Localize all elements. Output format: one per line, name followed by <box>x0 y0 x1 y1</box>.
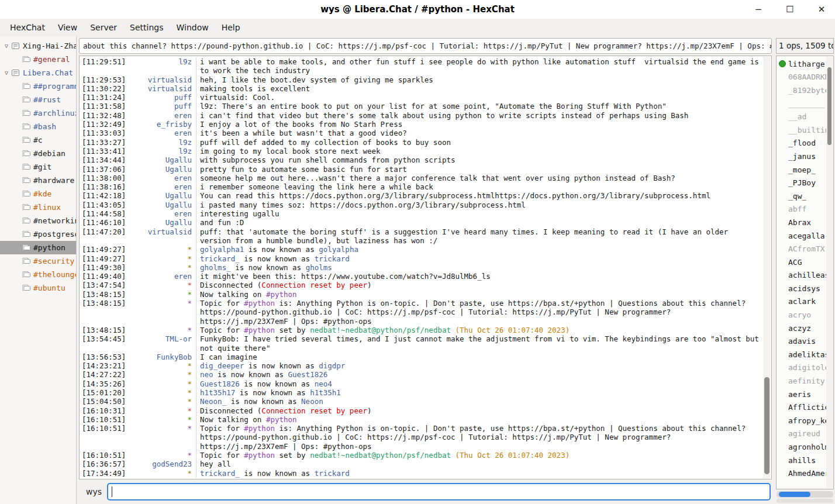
sidebar-item--archlinux[interactable]: #archlinux <box>0 106 76 120</box>
user-row--pjboy[interactable]: _PJBoy <box>777 176 826 189</box>
message-segment: Neoon_ <box>200 397 226 406</box>
user-row-aefinity[interactable]: aefinity <box>777 374 826 388</box>
nick-column: * <box>127 290 196 299</box>
sidebar-item--git[interactable]: #git <box>0 160 76 174</box>
userlist-hscrollbar-track[interactable] <box>777 499 833 503</box>
message-input[interactable] <box>107 483 771 500</box>
user-row-adavis[interactable]: adavis <box>777 334 826 348</box>
message-link[interactable]: is: Anything Python is on-topic. | Don't… <box>200 299 750 326</box>
menu-help[interactable]: Help <box>215 21 247 34</box>
chat-scroll-thumb[interactable] <box>764 377 770 474</box>
userlist-scrollbar[interactable] <box>826 57 833 488</box>
menu-view[interactable]: View <box>51 21 84 34</box>
nick-column: eren <box>127 209 196 218</box>
user-row--[interactable]: ________ <box>777 97 826 111</box>
sidebar-item--ubuntu[interactable]: #ubuntu <box>0 281 76 295</box>
user-row-agronholm[interactable]: agronholm <box>777 440 826 454</box>
timestamp: [11:34:44] <box>82 156 127 164</box>
menu-settings[interactable]: Settings <box>123 21 170 34</box>
menu-hexchat[interactable]: HexChat <box>4 21 51 34</box>
message-segment: (Thu Oct 26 01:07:40 2023) <box>451 451 570 460</box>
user-row-068aadrkn[interactable]: 068AADRKN <box>777 71 826 84</box>
message-link[interactable]: You can read this https://docs.python.or… <box>200 191 710 200</box>
user-row-litharge[interactable]: litharge <box>777 57 826 71</box>
timestamp: [11:32:48] <box>82 111 127 120</box>
topic-input[interactable]: about this channel? https://pound-python… <box>79 38 772 54</box>
user-row-adigitole[interactable]: adigitole <box>777 361 826 375</box>
chat-line: [11:42:18]UgalluYou can read this https:… <box>82 191 761 200</box>
channel-icon <box>22 136 30 144</box>
expander-icon[interactable]: ▽ <box>2 70 11 76</box>
user-row-afflictio[interactable]: Afflictio <box>777 401 826 414</box>
user-row-aczyz[interactable]: aczyz <box>777 322 826 335</box>
message-text: neo is now known as Guest1826 <box>196 370 761 379</box>
menu-server[interactable]: Server <box>84 21 123 34</box>
user-row-abrax[interactable]: Abrax <box>777 216 826 229</box>
user-row-afropy-ke[interactable]: afropy_ke <box>777 414 826 427</box>
sidebar-item--postgresql[interactable]: #postgresql <box>0 227 76 241</box>
sidebar-item--programming[interactable]: ##programming <box>0 80 76 93</box>
user-row-acryo[interactable]: acryo <box>777 308 826 322</box>
message-link[interactable]: is: Anything Python is on-topic. | Don't… <box>200 424 750 451</box>
menu-window[interactable]: Window <box>170 21 215 34</box>
user-row-acegalla-[interactable]: acegalla- <box>777 229 826 243</box>
user-row-aclark[interactable]: aclark <box>777 295 826 309</box>
user-row--janus[interactable]: _janus <box>777 150 826 163</box>
user-row-acfromtx[interactable]: ACfromTX <box>777 242 826 256</box>
nick-column: eren <box>127 174 196 182</box>
message-segment: neo <box>200 370 213 379</box>
user-row-adeliktas[interactable]: adeliktas <box>777 348 826 361</box>
message-link[interactable]: i pasted many times soz: https://docs.py… <box>200 201 526 209</box>
sidebar-item--python[interactable]: #python <box>0 241 76 254</box>
user-row-ahills[interactable]: ahills <box>777 454 826 467</box>
sidebar-item--bash[interactable]: #bash <box>0 120 76 133</box>
nick-column: eren <box>127 129 196 137</box>
close-button[interactable]: ✕ <box>814 2 829 17</box>
sidebar-item--security[interactable]: #security <box>0 254 76 268</box>
message-link[interactable]: it might've been this: https://www.youtu… <box>200 272 491 281</box>
userlist-hscroll-thumb[interactable] <box>779 492 810 497</box>
sidebar-item--debian[interactable]: #debian <box>0 147 76 160</box>
user-row--flood[interactable]: _flood <box>777 137 826 150</box>
sidebar-item--rust[interactable]: ##rust <box>0 93 76 106</box>
chat-scrollbar[interactable] <box>763 57 771 478</box>
message-text: with subprocess you run shell commands f… <box>196 156 761 164</box>
channel-icon-wrap <box>22 163 30 171</box>
user-row--moep-[interactable]: _moep_ <box>777 163 826 177</box>
channel-label: #general <box>33 55 70 64</box>
message-text: l9z: There's an entire book to put on yo… <box>196 102 761 111</box>
user-row-ahmedamer[interactable]: AhmedAmer <box>777 467 826 480</box>
message-segment: Topic for <box>200 299 244 308</box>
user-row-acg[interactable]: ACG <box>777 256 826 269</box>
user-row--qw-[interactable]: _qw_ <box>777 189 826 203</box>
maximize-button[interactable]: ☐ <box>782 2 798 17</box>
tree-server-libera-chat[interactable]: ▽Libera.Chat <box>0 66 76 80</box>
userlist-hscrollbar[interactable] <box>777 491 833 498</box>
user-row--8192byte[interactable]: _8192byte <box>777 84 826 97</box>
message-text: Guest1826 is now known as neo4 <box>196 379 761 388</box>
nick-column: * <box>127 406 196 415</box>
sidebar-item--hardware[interactable]: #hardware <box>0 174 76 187</box>
minimize-button[interactable]: − <box>751 2 766 17</box>
sidebar-item--linux[interactable]: #linux <box>0 201 76 214</box>
channel-icon <box>22 177 30 184</box>
sidebar-item--thelounge[interactable]: #thelounge <box>0 268 76 281</box>
channel-icon-wrap <box>22 257 30 265</box>
expander-icon[interactable]: ▽ <box>2 43 11 49</box>
sidebar-item--networking[interactable]: #networking <box>0 214 76 227</box>
user-row-abff[interactable]: abff <box>777 203 826 216</box>
sidebar-item--general[interactable]: #general <box>0 53 76 66</box>
user-row-agireud[interactable]: agireud <box>777 427 826 441</box>
user-row--ad[interactable]: __ad <box>777 110 826 123</box>
sidebar-item--kde[interactable]: #kde <box>0 187 76 201</box>
channel-icon-wrap <box>22 244 30 251</box>
tree-server-xing-hai-zhan[interactable]: ▽Xing-Hai-Zhan <box>0 39 76 53</box>
message-text: puff will def added to my collection of … <box>196 138 761 147</box>
user-row-achilleas[interactable]: achilleas <box>777 269 826 282</box>
userlist-scroll-thumb[interactable] <box>827 67 831 145</box>
user-row-acidsys[interactable]: acidsys <box>777 282 826 295</box>
user-row-aeris[interactable]: aeris <box>777 388 826 401</box>
user-row--builtin[interactable]: __builtin <box>777 123 826 137</box>
sidebar-item--c[interactable]: #c <box>0 133 76 147</box>
user-nick: aeris <box>788 390 811 399</box>
